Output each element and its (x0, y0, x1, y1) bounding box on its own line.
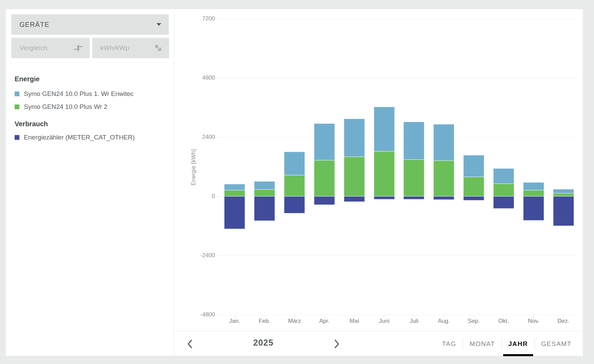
energy-heading: Energie (15, 75, 39, 83)
x-axis-tick (324, 315, 325, 317)
bar-segment-consumption-Juli[interactable] (403, 196, 424, 199)
x-axis-tick (533, 315, 534, 317)
compare-button[interactable]: Vergleich (11, 38, 90, 58)
y-axis-tick (217, 315, 220, 315)
bar-segment-symo-gen24-10-0-plus-1-wr-enwitec-Sep[interactable] (463, 155, 484, 177)
tab-tag[interactable]: TAG (435, 331, 463, 356)
devices-dropdown[interactable]: GERÄTE (11, 14, 169, 35)
legend-item[interactable]: Symo GEN24 10.0 Plus Wr 2 (15, 103, 108, 111)
bar-segment-symo-gen24-10-0-plus-1-wr-enwitec-Dez[interactable] (553, 189, 574, 193)
bar-segment-symo-gen24-10-0-plus-1-wr-enwitec-Nov[interactable] (523, 182, 544, 190)
x-axis-tick (504, 315, 504, 317)
bar-segment-symo-gen24-10-0-plus-wr-2-Juni[interactable] (374, 151, 395, 196)
diagonal-resize-arrow-icon (154, 44, 162, 52)
bar-segment-consumption-Jan[interactable] (224, 196, 245, 229)
bar-segment-symo-gen24-10-0-plus-wr-2-Aug[interactable] (433, 161, 454, 196)
bar-segment-symo-gen24-10-0-plus-1-wr-enwitec-Juni[interactable] (374, 107, 395, 151)
x-axis-label-Juli: Juli (399, 318, 429, 325)
x-axis-label-Aug: Aug. (429, 318, 459, 325)
next-year-button[interactable] (327, 331, 347, 356)
gridline (220, 78, 578, 78)
gridline (220, 19, 578, 19)
x-axis-tick (265, 315, 265, 317)
x-axis-tick (414, 315, 414, 317)
unit-toggle-button[interactable]: kWh/kWp (92, 38, 169, 58)
bar-segment-symo-gen24-10-0-plus-1-wr-enwitec-Apr[interactable] (314, 123, 335, 160)
bar-segment-consumption-Dez[interactable] (553, 196, 574, 226)
x-axis-label-Okt: Okt. (488, 318, 519, 325)
bar-segment-symo-gen24-10-0-plus-wr-2-Nov[interactable] (523, 190, 544, 196)
bar-segment-symo-gen24-10-0-plus-1-wr-enwitec-Juli[interactable] (403, 122, 424, 160)
bar-segment-symo-gen24-10-0-plus-wr-2-Juli[interactable] (403, 160, 424, 196)
gridline (220, 315, 578, 315)
bar-segment-symo-gen24-10-0-plus-1-wr-enwitec-Jan[interactable] (224, 184, 245, 190)
bar-segment-symo-gen24-10-0-plus-1-wr-enwitec-Feb[interactable] (254, 181, 275, 189)
chart-footer: 2025 TAGMONATJAHRGESAMT (174, 331, 583, 356)
bar-segment-symo-gen24-10-0-plus-wr-2-Mai[interactable] (344, 157, 365, 196)
x-axis-label-Nov: Nov. (518, 318, 549, 325)
bar-segment-consumption-Juni[interactable] (374, 196, 395, 199)
content-card: GERÄTE Vergleich kWh/kWp (6, 9, 583, 356)
bar-segment-symo-gen24-10-0-plus-wr-2-Okt[interactable] (493, 184, 514, 196)
bar-segment-consumption-Apr[interactable] (314, 196, 335, 205)
consumption-heading: Verbrauch (15, 120, 48, 128)
bar-segment-consumption-Aug[interactable] (433, 196, 454, 200)
chart-pane: 7200480024000-2400-4800Jan.Feb.MärzApr.M… (174, 9, 583, 356)
sidebar: GERÄTE Vergleich kWh/kWp (6, 9, 174, 356)
x-axis-label-März: März (279, 318, 310, 325)
x-axis-tick (474, 315, 474, 317)
devices-dropdown-label: GERÄTE (19, 21, 49, 29)
bar-segment-symo-gen24-10-0-plus-1-wr-enwitec-Okt[interactable] (493, 168, 514, 184)
x-axis-tick (384, 315, 384, 317)
bar-segment-symo-gen24-10-0-plus-wr-2-Apr[interactable] (314, 160, 335, 196)
chevron-left-icon (186, 339, 193, 349)
bar-segment-consumption-Nov[interactable] (523, 196, 544, 220)
bar-segment-consumption-März[interactable] (284, 196, 305, 213)
solarweb-analysis-page: GERÄTE Vergleich kWh/kWp (0, 0, 594, 364)
y-axis-tick-label: 0 (178, 193, 215, 200)
legend-item[interactable]: Symo GEN24 10.0 Plus 1. Wr Enwitec (15, 90, 134, 98)
bar-segment-consumption-Okt[interactable] (493, 196, 514, 209)
legend-swatch (15, 92, 19, 96)
bar-segment-symo-gen24-10-0-plus-wr-2-Dez[interactable] (553, 193, 574, 196)
bar-segment-symo-gen24-10-0-plus-wr-2-Jan[interactable] (224, 190, 245, 196)
legend-item[interactable]: Energiezähler (METER_CAT_OTHER) (15, 134, 135, 141)
compare-button-label: Vergleich (19, 44, 48, 52)
bar-segment-consumption-Sep[interactable] (463, 196, 484, 200)
x-axis-label-Apr: Apr. (309, 318, 340, 325)
stacked-bar-chart: 7200480024000-2400-4800Jan.Feb.MärzApr.M… (174, 9, 583, 331)
x-axis-label-Sep: Sep. (459, 318, 489, 325)
x-axis-label-Mai: Mai (339, 318, 369, 325)
y-axis-tick-label: -2400 (178, 252, 215, 259)
bar-segment-symo-gen24-10-0-plus-1-wr-enwitec-März[interactable] (284, 152, 305, 175)
y-axis-tick (217, 19, 220, 19)
chevron-right-icon (333, 339, 340, 349)
tab-monat[interactable]: MONAT (463, 331, 501, 356)
gridline (220, 137, 578, 137)
bar-segment-symo-gen24-10-0-plus-wr-2-März[interactable] (284, 175, 305, 196)
bar-segment-symo-gen24-10-0-plus-1-wr-enwitec-Aug[interactable] (433, 124, 454, 161)
y-axis-tick-label: 4800 (178, 75, 215, 81)
tab-jahr[interactable]: JAHR (502, 331, 534, 356)
unit-toggle-button-label: kWh/kWp (100, 44, 129, 52)
legend-label: Symo GEN24 10.0 Plus Wr 2 (24, 103, 108, 111)
tab-gesamt[interactable]: GESAMT (535, 331, 578, 356)
period-tabs: TAGMONATJAHRGESAMT (435, 331, 578, 356)
y-axis-tick-label: 2400 (178, 134, 215, 140)
x-axis-label-Dez: Dez. (548, 318, 579, 325)
y-axis-tick (217, 255, 220, 256)
x-axis-label-Jan: Jan. (219, 318, 250, 325)
x-axis-tick (354, 315, 354, 317)
x-axis-tick (295, 315, 295, 317)
bar-segment-consumption-Mai[interactable] (344, 196, 365, 202)
year-label: 2025 (236, 331, 291, 354)
legend-swatch (15, 104, 19, 109)
y-axis-tick-label: -4800 (178, 311, 215, 318)
bar-segment-symo-gen24-10-0-plus-1-wr-enwitec-Mai[interactable] (344, 119, 365, 157)
bar-segment-symo-gen24-10-0-plus-wr-2-Sep[interactable] (463, 177, 484, 196)
y-axis-tick-label: 7200 (178, 15, 215, 22)
bar-segment-consumption-Feb[interactable] (254, 196, 275, 221)
bar-segment-symo-gen24-10-0-plus-wr-2-Feb[interactable] (254, 189, 275, 196)
legend-swatch (15, 135, 19, 140)
previous-year-button[interactable] (180, 331, 200, 356)
